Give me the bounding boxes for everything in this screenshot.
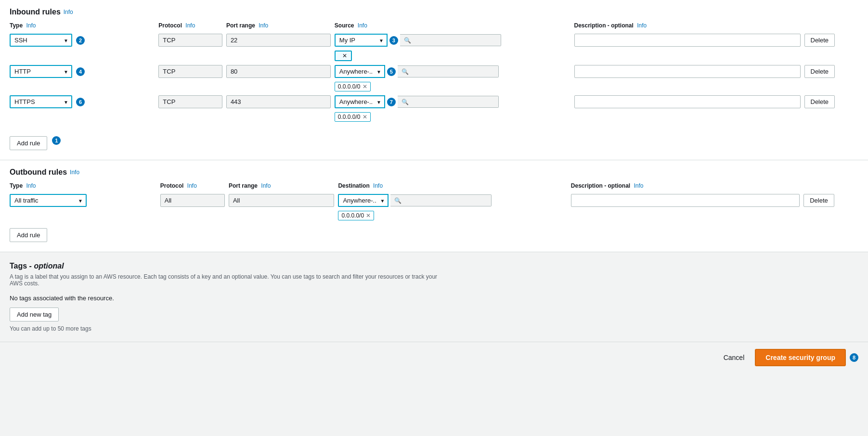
ssh-type-select[interactable]: SSH [10, 34, 72, 47]
can-add-more-text: You can add up to 50 more tags [10, 325, 858, 332]
out-type-info[interactable]: Info [26, 182, 36, 189]
http-source-search-input[interactable] [411, 68, 494, 75]
all-traffic-port-cell: All [229, 192, 338, 222]
protocol-info-link[interactable]: Info [185, 22, 195, 29]
all-traffic-type-select[interactable]: All traffic [10, 194, 87, 207]
add-outbound-rule-button[interactable]: Add rule [10, 228, 47, 242]
https-type-select[interactable]: HTTPS [10, 95, 72, 108]
table-row: SSH ▼ 2 TCP 22 [10, 32, 858, 63]
all-traffic-desc-cell [571, 192, 803, 222]
col-header-description: Description - optional Info [574, 20, 804, 32]
http-ip-tag: 0.0.0.0/0 ✕ [335, 82, 371, 91]
ssh-ip-remove-icon[interactable]: ✕ [342, 52, 347, 59]
http-source-select[interactable]: Anywhere-... [335, 65, 385, 78]
http-ip-remove-icon[interactable]: ✕ [363, 84, 367, 90]
http-type-select[interactable]: HTTP [10, 65, 72, 78]
no-tags-text: No tags associated with the resource. [10, 295, 858, 302]
ssh-source-top: My IP ▼ 3 🔍 [335, 34, 570, 47]
http-source-select-wrapper: Anywhere-... ▼ [335, 65, 385, 78]
table-row: All traffic ▼ All All [10, 192, 858, 222]
source-info-link[interactable]: Info [358, 22, 367, 29]
outbound-title-row: Outbound rules Info [10, 168, 858, 177]
out-col-desc: Description - optional Info [571, 180, 803, 192]
http-port-cell: 80 [226, 63, 335, 93]
https-source-select-wrapper: Anywhere-... ▼ [335, 95, 385, 108]
https-source-search-input[interactable] [411, 98, 494, 105]
http-source-cell: Anywhere-... ▼ 5 🔍 [335, 63, 574, 93]
badge-5: 5 [387, 67, 396, 76]
http-source-search-box[interactable]: 🔍 [398, 65, 499, 77]
ssh-protocol-field: TCP [158, 34, 222, 47]
out-protocol-info[interactable]: Info [187, 182, 197, 189]
ssh-desc-input[interactable] [574, 34, 801, 47]
out-col-protocol: Protocol Info [160, 180, 229, 192]
inbound-rules-section: Inbound rules Info Type Info Protocol In… [0, 0, 868, 160]
out-desc-info[interactable]: Info [634, 182, 644, 189]
https-source-search-box[interactable]: 🔍 [398, 96, 499, 108]
http-desc-input[interactable] [574, 65, 801, 78]
table-row: HTTP ▼ 4 TCP 80 [10, 63, 858, 93]
ssh-source-select[interactable]: My IP [335, 34, 388, 47]
https-desc-input[interactable] [574, 95, 801, 108]
http-tag-row: 0.0.0.0/0 ✕ [335, 82, 570, 91]
https-ip-tag: 0.0.0.0/0 ✕ [335, 112, 371, 122]
cancel-button[interactable]: Cancel [719, 351, 750, 364]
all-traffic-dest-search-input[interactable] [403, 197, 487, 204]
col-header-protocol: Protocol Info [158, 20, 226, 32]
outbound-info-link[interactable]: Info [70, 169, 79, 176]
ssh-port-cell: 22 [226, 32, 335, 63]
https-source-select[interactable]: Anywhere-... [335, 95, 385, 108]
all-traffic-dest-search-box[interactable]: 🔍 [390, 194, 492, 206]
http-delete-button[interactable]: Delete [804, 65, 835, 78]
all-traffic-type-select-wrapper: All traffic ▼ [10, 194, 87, 207]
http-protocol-cell: TCP [158, 63, 226, 93]
inbound-info-link[interactable]: Info [64, 9, 73, 15]
ssh-protocol-cell: TCP [158, 32, 226, 63]
all-traffic-port-field: All [229, 194, 334, 207]
port-info-link[interactable]: Info [259, 22, 268, 29]
outbound-table-header: Type Info Protocol Info Port range Info … [10, 180, 858, 192]
all-traffic-dest-select-wrapper: Anywhere-... ▼ [338, 194, 389, 207]
col-header-source: Source Info [335, 20, 574, 32]
https-ip-remove-icon[interactable]: ✕ [363, 114, 367, 120]
add-inbound-rule-row: Add rule 1 [10, 130, 858, 150]
ssh-source-search-box[interactable]: 🔍 [400, 34, 501, 46]
http-desc-cell [574, 63, 804, 93]
desc-info-link[interactable]: Info [637, 22, 647, 29]
out-col-port: Port range Info [229, 180, 338, 192]
all-traffic-dest-top: Anywhere-... ▼ 🔍 [338, 194, 567, 207]
all-traffic-dest-select[interactable]: Anywhere-... [338, 194, 389, 207]
all-traffic-delete-button[interactable]: Delete [803, 194, 834, 207]
all-traffic-dest-cell: Anywhere-... ▼ 🔍 0.0.0.0/0 [338, 192, 570, 222]
col-header-delete [804, 20, 859, 32]
http-source-top: Anywhere-... ▼ 5 🔍 [335, 65, 570, 78]
inbound-rules-table: Type Info Protocol Info Port range Info … [10, 20, 858, 124]
https-search-icon: 🔍 [402, 99, 409, 105]
out-col-delete [803, 180, 858, 192]
out-col-dest: Destination Info [338, 180, 570, 192]
add-inbound-rule-button[interactable]: Add rule [10, 136, 47, 150]
ssh-tag-row: ✕ [335, 51, 570, 61]
type-info-link[interactable]: Info [26, 22, 36, 29]
out-port-info[interactable]: Info [261, 182, 271, 189]
add-new-tag-button[interactable]: Add new tag [10, 308, 59, 321]
https-delete-cell: Delete [804, 93, 859, 124]
footer-bar: Cancel Create security group 8 [0, 342, 868, 373]
ssh-type-cell: SSH ▼ 2 [10, 32, 158, 63]
https-tag-row: 0.0.0.0/0 ✕ [335, 112, 570, 122]
https-source-top: Anywhere-... ▼ 7 🔍 [335, 95, 570, 108]
badge-4: 4 [76, 67, 85, 76]
badge-6: 6 [76, 98, 85, 106]
create-security-group-button[interactable]: Create security group [755, 349, 846, 366]
all-traffic-ip-remove-icon[interactable]: ✕ [366, 213, 371, 218]
all-traffic-delete-cell: Delete [803, 192, 858, 222]
ssh-delete-button[interactable]: Delete [804, 34, 835, 47]
http-type-cell: HTTP ▼ 4 [10, 63, 158, 93]
https-delete-button[interactable]: Delete [804, 95, 835, 108]
ssh-source-select-wrapper: My IP ▼ [335, 34, 388, 47]
https-ip-value: 0.0.0.0/0 [338, 114, 361, 120]
ssh-source-search-input[interactable] [413, 37, 497, 44]
out-dest-info[interactable]: Info [373, 182, 383, 189]
ssh-source-cell: My IP ▼ 3 🔍 [335, 32, 574, 63]
all-traffic-desc-input[interactable] [571, 194, 800, 207]
